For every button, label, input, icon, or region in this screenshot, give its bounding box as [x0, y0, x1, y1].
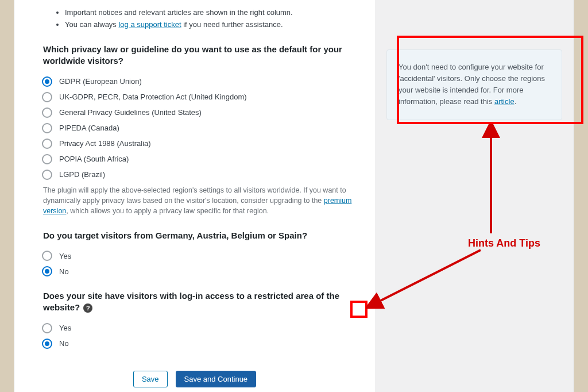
radio-label: GDPR (European Union) [59, 77, 142, 86]
tip-box: You don't need to configure your website… [386, 49, 562, 120]
privacy-law-option[interactable]: GDPR (European Union) [42, 76, 361, 87]
radio-label: UK-GDPR, PECR, Data Protection Act (Unit… [59, 93, 247, 101]
privacy-law-option[interactable]: LGPD (Brazil) [42, 170, 361, 180]
radio-button[interactable] [42, 107, 52, 118]
privacy-law-option[interactable]: Privacy Act 1988 (Australia) [42, 139, 361, 149]
instructions-list: Important notices and relevant articles … [65, 8, 361, 29]
radio-label: PIPEDA (Canada) [59, 124, 119, 132]
button-row: Save Save and Continue [14, 365, 375, 392]
question-login-access: Does your site have visitors with log-in… [43, 290, 361, 314]
login-access-option[interactable]: No [42, 339, 361, 349]
tip-suffix: . [514, 97, 517, 106]
radio-label: Yes [59, 252, 71, 260]
privacy-law-option[interactable]: General Privacy Guidelines (United State… [42, 107, 361, 118]
radio-button[interactable] [42, 92, 52, 102]
radio-label: Privacy Act 1988 (Australia) [59, 139, 151, 148]
login-access-option[interactable]: Yes [42, 323, 361, 333]
instruction-prefix: You can always [65, 20, 118, 29]
privacy-law-helper: The plugin will apply the above-selected… [43, 185, 361, 216]
radio-label: No [59, 339, 69, 348]
radio-label: Yes [59, 324, 71, 332]
radio-label: POPIA (South Africa) [59, 155, 129, 163]
radio-label: No [59, 267, 69, 276]
instruction-text: Important notices and relevant articles … [65, 8, 293, 17]
radio-button[interactable] [42, 76, 52, 87]
question-privacy-law: Which privacy law or guideline do you wa… [43, 44, 361, 67]
main-content: Important notices and relevant articles … [14, 0, 375, 392]
save-button[interactable]: Save [133, 371, 168, 387]
radio-button[interactable] [42, 339, 52, 349]
privacy-law-option[interactable]: PIPEDA (Canada) [42, 123, 361, 133]
tip-article-link[interactable]: article [494, 97, 514, 106]
radio-button[interactable] [42, 266, 52, 276]
radio-label: LGPD (Brazil) [59, 170, 105, 179]
radio-button[interactable] [42, 170, 52, 180]
radio-button[interactable] [42, 139, 52, 149]
radio-button[interactable] [42, 154, 52, 164]
radio-button[interactable] [42, 123, 52, 133]
radio-label: General Privacy Guidelines (United State… [59, 108, 202, 117]
help-icon[interactable]: ? [83, 303, 92, 313]
radio-button[interactable] [42, 251, 52, 261]
app-window: Important notices and relevant articles … [14, 0, 574, 392]
support-ticket-link[interactable]: log a support ticket [118, 20, 181, 29]
sidebar: You don't need to configure your website… [375, 0, 574, 392]
tip-text: You don't need to configure your website… [399, 63, 545, 106]
target-regions-options: YesNo [42, 251, 361, 276]
instruction-item: Important notices and relevant articles … [65, 8, 361, 17]
privacy-law-options: GDPR (European Union)UK-GDPR, PECR, Data… [42, 76, 361, 180]
annotation-label: Hints And Tips [468, 237, 540, 249]
privacy-law-option[interactable]: UK-GDPR, PECR, Data Protection Act (Unit… [42, 92, 361, 102]
save-continue-button[interactable]: Save and Continue [176, 371, 257, 387]
target-regions-option[interactable]: No [42, 266, 361, 276]
target-regions-option[interactable]: Yes [42, 251, 361, 261]
question-target-regions: Do you target visitors from Germany, Aus… [43, 230, 361, 241]
login-access-options: YesNo [42, 323, 361, 349]
instruction-suffix: if you need further assistance. [181, 20, 283, 29]
privacy-law-option[interactable]: POPIA (South Africa) [42, 154, 361, 164]
instruction-item: You can always log a support ticket if y… [65, 20, 361, 29]
radio-button[interactable] [42, 323, 52, 333]
